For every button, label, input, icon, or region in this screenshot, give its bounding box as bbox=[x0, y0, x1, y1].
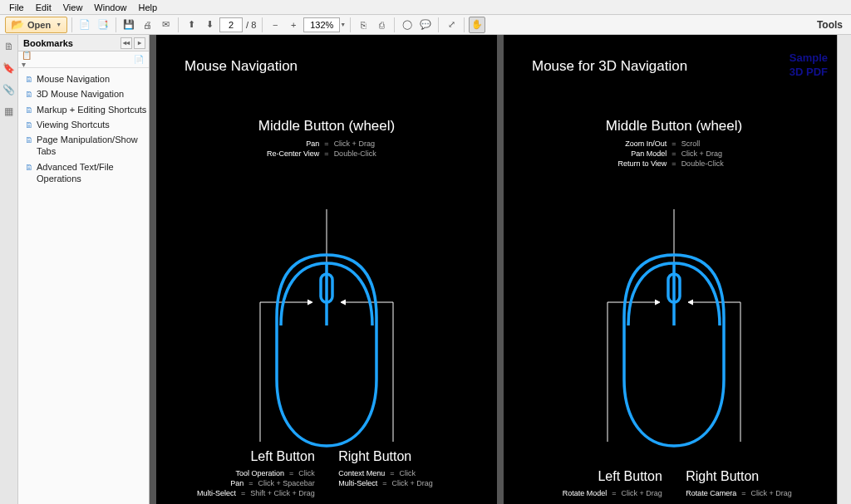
tools-panel-toggle[interactable]: Tools bbox=[817, 19, 843, 31]
expand-icon[interactable]: ⤢ bbox=[443, 17, 460, 33]
bookmarks-toolbar: 📋▾ 📄 bbox=[18, 51, 149, 68]
highlight-icon[interactable]: ◯ bbox=[399, 17, 416, 33]
new-bookmark-icon[interactable]: 📄 bbox=[132, 53, 145, 66]
shortcut-key: Multi-Select bbox=[197, 489, 236, 497]
zoom-dropdown-icon[interactable]: ▼ bbox=[340, 22, 346, 27]
page-count-label: / 8 bbox=[244, 20, 258, 30]
toolbar: 📂 Open ▼ 📄 📑 💾 🖨 ✉ ⬆ ⬇ / 8 − + ▼ ⎘ ⎙ ◯ 💬… bbox=[0, 15, 851, 35]
shortcut-key: Pan Model bbox=[592, 149, 667, 158]
page-number-input[interactable] bbox=[219, 17, 243, 32]
hand-tool-icon[interactable]: ✋ bbox=[469, 17, 485, 33]
shortcut-value: Click + Drag bbox=[391, 479, 432, 487]
tool2-icon[interactable]: ⎙ bbox=[373, 17, 390, 33]
pdf-page-right: Mouse for 3D Navigation Sample 3D PDF Mi… bbox=[504, 35, 844, 504]
bookmark-item[interactable]: 🗎3D Mouse Navigation bbox=[20, 86, 147, 101]
signatures-icon[interactable]: ▦ bbox=[2, 105, 16, 118]
page-thumbnails-icon[interactable]: 🗎 bbox=[2, 40, 16, 53]
zoom-in-icon[interactable]: + bbox=[285, 17, 302, 33]
shortcut-value: Click bbox=[399, 469, 416, 477]
shortcut-key: Pan bbox=[244, 139, 319, 148]
shortcut-key: Re-Center View bbox=[244, 149, 319, 158]
left-button-heading: Left Button bbox=[527, 469, 662, 484]
bookmark-page-icon: 🗎 bbox=[25, 89, 33, 100]
shortcut-value: Double-Click bbox=[334, 149, 409, 158]
menu-file[interactable]: File bbox=[3, 2, 30, 12]
tool1-icon[interactable]: ⎘ bbox=[355, 17, 371, 33]
save-icon[interactable]: 💾 bbox=[121, 17, 137, 33]
create-pdf-icon[interactable]: 📄 bbox=[76, 17, 93, 33]
attachments-icon[interactable]: 📎 bbox=[2, 83, 16, 96]
shortcut-value: Shift + Click + Drag bbox=[250, 489, 315, 497]
shortcut-key: Multi-Select bbox=[338, 479, 377, 487]
panel-collapse-right-icon[interactable]: ▸ bbox=[134, 37, 145, 49]
mouse-diagram bbox=[219, 209, 435, 442]
email-icon[interactable]: ✉ bbox=[157, 17, 174, 33]
chevron-down-icon: ▼ bbox=[56, 22, 61, 27]
bookmark-page-icon: 🗎 bbox=[25, 135, 33, 145]
shortcut-value: Click + Drag bbox=[681, 149, 756, 158]
zoom-input[interactable] bbox=[303, 17, 340, 32]
bookmark-item[interactable]: 🗎Page Manipulation/Show Tabs bbox=[20, 132, 147, 159]
left-button-heading: Left Button bbox=[180, 449, 315, 464]
right-button-heading: Right Button bbox=[338, 449, 474, 464]
shortcut-value: Click + Drag bbox=[622, 489, 662, 497]
shortcut-key: Context Menu bbox=[338, 469, 385, 477]
comment-icon[interactable]: 💬 bbox=[417, 17, 434, 33]
middle-button-section: Middle Button (wheel) Pan=Click + Drag R… bbox=[156, 118, 497, 158]
shortcut-value: Click bbox=[298, 469, 315, 477]
prev-page-icon[interactable]: ⬇ bbox=[201, 17, 218, 33]
bookmarks-tree[interactable]: 🗎Mouse Navigation 🗎3D Mouse Navigation 🗎… bbox=[18, 68, 149, 504]
bookmark-item[interactable]: 🗎Markup + Editing Shortcuts bbox=[20, 102, 147, 117]
menu-edit[interactable]: Edit bbox=[30, 2, 57, 12]
menu-window[interactable]: Window bbox=[88, 2, 132, 12]
menu-view[interactable]: View bbox=[57, 2, 89, 12]
bookmark-page-icon: 🗎 bbox=[25, 105, 33, 115]
shortcut-value: Double-Click bbox=[681, 159, 756, 168]
shortcut-value: Click + Drag bbox=[750, 489, 791, 497]
page-title: Mouse for 3D Navigation bbox=[532, 58, 687, 75]
page-title: Mouse Navigation bbox=[184, 58, 298, 75]
shortcut-key: Pan bbox=[230, 479, 243, 487]
menu-bar: File Edit View Window Help bbox=[0, 0, 851, 15]
right-button-heading: Right Button bbox=[686, 469, 821, 484]
shortcut-key: Rotate Model bbox=[563, 489, 608, 497]
shortcut-key: Rotate Camera bbox=[686, 489, 736, 497]
zoom-out-icon[interactable]: − bbox=[267, 17, 283, 33]
print-icon[interactable]: 🖨 bbox=[139, 17, 155, 33]
bookmarks-options-icon[interactable]: 📋▾ bbox=[22, 53, 35, 66]
shortcut-value: Click + Drag bbox=[334, 139, 409, 148]
middle-button-heading: Middle Button (wheel) bbox=[156, 118, 497, 135]
first-page-icon[interactable]: ⬆ bbox=[183, 17, 199, 33]
pdf-page-left: Mouse Navigation Middle Button (wheel) P… bbox=[156, 35, 497, 504]
bookmark-item[interactable]: 🗎Mouse Navigation bbox=[20, 71, 147, 86]
mouse-diagram bbox=[566, 209, 782, 442]
shortcut-value: Click + Spacebar bbox=[258, 479, 315, 487]
bookmarks-title: Bookmarks bbox=[23, 38, 73, 48]
open-label: Open bbox=[27, 20, 51, 30]
bookmark-page-icon: 🗎 bbox=[25, 74, 33, 85]
bookmark-item[interactable]: 🗎Viewing Shortcuts bbox=[20, 117, 147, 132]
bookmark-page-icon: 🗎 bbox=[25, 120, 33, 130]
bookmarks-header: Bookmarks ◂◂ ▸ bbox=[18, 35, 149, 51]
bookmark-item[interactable]: 🗎Advanced Text/File Operations bbox=[20, 159, 147, 187]
navigation-rail: 🗎 🔖 📎 ▦ bbox=[0, 35, 18, 504]
bottom-buttons-section: Left Button Tool Operation=Click Pan=Cli… bbox=[156, 449, 497, 497]
bottom-buttons-section: Left Button Rotate Model=Click + Drag Ri… bbox=[504, 469, 844, 497]
sample-watermark: Sample 3D PDF bbox=[790, 51, 828, 80]
menu-help[interactable]: Help bbox=[132, 2, 163, 12]
export-pdf-icon[interactable]: 📑 bbox=[95, 17, 111, 33]
folder-icon: 📂 bbox=[11, 18, 24, 31]
middle-button-section: Middle Button (wheel) Zoom In/Out=Scroll… bbox=[504, 118, 844, 168]
open-button[interactable]: 📂 Open ▼ bbox=[5, 17, 67, 33]
main-area: 🗎 🔖 📎 ▦ Bookmarks ◂◂ ▸ 📋▾ 📄 🗎Mouse Navig… bbox=[0, 35, 851, 504]
shortcut-key: Tool Operation bbox=[236, 469, 285, 477]
shortcut-key: Return to View bbox=[592, 159, 667, 168]
shortcut-value: Scroll bbox=[681, 139, 756, 148]
bookmarks-ribbon-icon[interactable]: 🔖 bbox=[2, 61, 16, 75]
bookmarks-panel: Bookmarks ◂◂ ▸ 📋▾ 📄 🗎Mouse Navigation 🗎3… bbox=[18, 35, 150, 504]
panel-collapse-left-icon[interactable]: ◂◂ bbox=[121, 37, 132, 49]
middle-button-heading: Middle Button (wheel) bbox=[504, 118, 844, 135]
document-view[interactable]: Mouse Navigation Middle Button (wheel) P… bbox=[150, 35, 851, 504]
shortcut-key: Zoom In/Out bbox=[592, 139, 667, 148]
bookmark-page-icon: 🗎 bbox=[25, 162, 33, 173]
